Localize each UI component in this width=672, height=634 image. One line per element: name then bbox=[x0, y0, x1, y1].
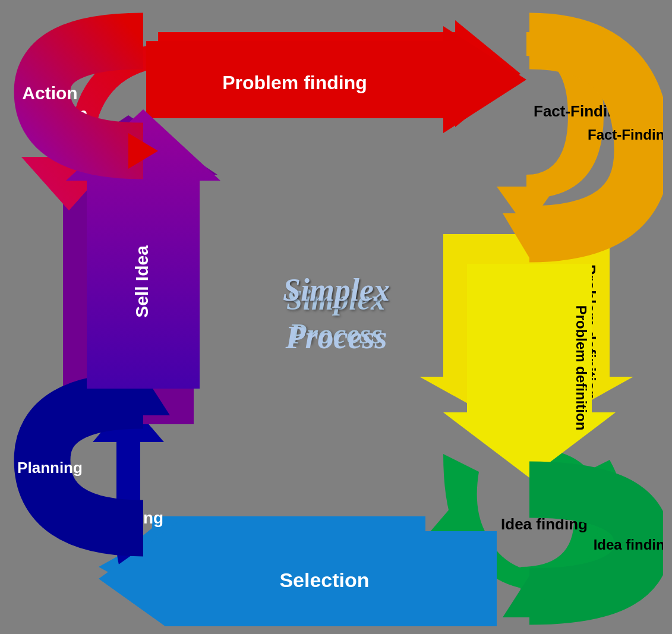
action-text: Action bbox=[22, 83, 77, 102]
simplex-title-line1: Simplex bbox=[282, 272, 389, 308]
simplex-title-line2: Process bbox=[285, 320, 387, 355]
sell-idea-text: Sell Idea bbox=[131, 245, 151, 317]
idea-finding-text: Idea finding bbox=[593, 537, 662, 553]
selection-text: Selection bbox=[279, 568, 369, 591]
fact-finding-text: Fact-Finding bbox=[588, 127, 663, 143]
simplex-diagram: Simplex Process Problem finding Fact-Fin… bbox=[10, 8, 663, 626]
problem-finding-text: Problem finding bbox=[222, 72, 367, 93]
problem-definition-text: Problem definition bbox=[573, 305, 589, 430]
planning-text: Planning bbox=[17, 458, 83, 476]
